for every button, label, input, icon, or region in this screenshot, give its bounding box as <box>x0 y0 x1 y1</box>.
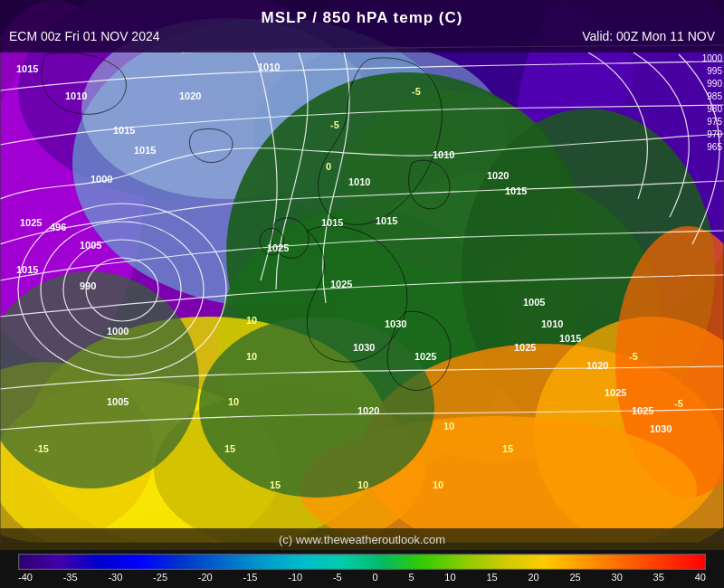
header-bar: MSLP / 850 hPA temp (C) ECM 00z Fri 01 N… <box>0 0 724 52</box>
cb-label-40: 40 <box>695 572 706 583</box>
cb-label-30: 30 <box>612 572 623 583</box>
valid-time: Valid: 00Z Mon 11 NOV <box>582 29 715 43</box>
scale-970: 970 <box>707 128 722 141</box>
cb-label-5: 5 <box>408 572 414 583</box>
colorbar-labels: -40 -35 -30 -25 -20 -15 -10 -5 0 5 10 15… <box>0 570 724 583</box>
cb-label-n5: -5 <box>333 572 342 583</box>
cb-label-15: 15 <box>486 572 497 583</box>
scale-965: 965 <box>707 141 722 154</box>
cb-label-n25: -25 <box>153 572 167 583</box>
cb-label-35: 35 <box>653 572 664 583</box>
cb-label-n30: -30 <box>108 572 122 583</box>
main-container: MSLP / 850 hPA temp (C) ECM 00z Fri 01 N… <box>0 0 724 588</box>
cb-label-0: 0 <box>373 572 378 583</box>
colorbar-gradient <box>18 554 706 570</box>
colorbar: -40 -35 -30 -25 -20 -15 -10 -5 0 5 10 15… <box>0 550 724 588</box>
model-info: ECM 00z Fri 01 NOV 2024 <box>9 29 160 43</box>
weather-map <box>0 0 724 543</box>
cb-label-25: 25 <box>569 572 580 583</box>
scale-985: 985 <box>707 90 722 103</box>
copyright-text: (c) www.theweatheroutlook.com <box>279 533 445 546</box>
cb-label-n15: -15 <box>243 572 258 583</box>
cb-label-n20: -20 <box>198 572 213 583</box>
svg-rect-29 <box>19 555 705 569</box>
cb-label-10: 10 <box>444 572 455 583</box>
scale-990: 990 <box>707 78 722 90</box>
scale-975: 975 <box>707 116 722 128</box>
scale-1000: 1000 <box>702 52 722 65</box>
pressure-scale: 1000 995 990 985 980 975 970 965 <box>697 52 724 154</box>
scale-980: 980 <box>707 103 722 116</box>
subtitle-line: ECM 00z Fri 01 NOV 2024 Valid: 00Z Mon 1… <box>0 29 724 43</box>
cb-label-n35: -35 <box>63 572 78 583</box>
chart-title: MSLP / 850 hPA temp (C) <box>262 9 463 27</box>
scale-995: 995 <box>707 65 722 78</box>
copyright-bar: (c) www.theweatheroutlook.com <box>0 528 724 550</box>
cb-label-20: 20 <box>528 572 538 583</box>
svg-point-23 <box>199 317 434 498</box>
cb-label-n10: -10 <box>288 572 302 583</box>
cb-label-n40: -40 <box>18 572 33 583</box>
